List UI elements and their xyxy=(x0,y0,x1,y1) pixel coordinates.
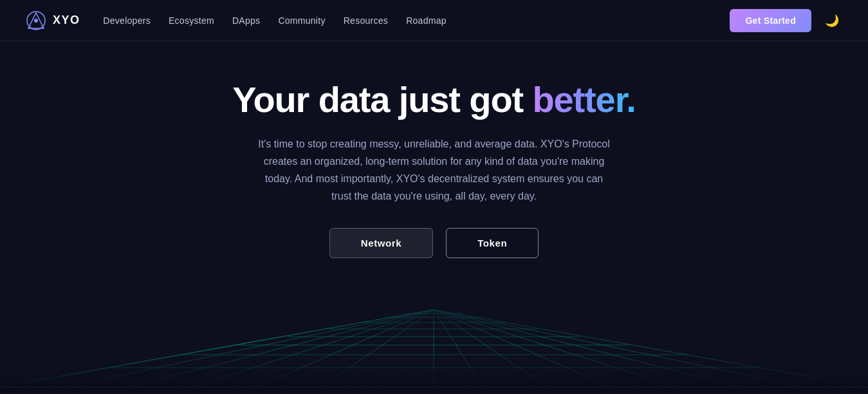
nav-item-dapps[interactable]: DApps xyxy=(232,15,260,26)
nav-right: Get Started 🌙 xyxy=(730,9,842,32)
nav-item-community[interactable]: Community xyxy=(278,15,325,26)
nav-left: XYO Developers Ecosystem DApps Community… xyxy=(26,10,447,31)
nav-item-resources[interactable]: Resources xyxy=(344,15,388,26)
xyo-logo-icon xyxy=(26,10,46,31)
get-started-button[interactable]: Get Started xyxy=(730,9,811,32)
hero-headline-static: Your data just got xyxy=(232,79,532,120)
logo[interactable]: XYO xyxy=(26,10,80,31)
svg-point-2 xyxy=(34,19,38,23)
hero-headline-gradient: better. xyxy=(532,79,635,120)
hero-buttons: Network Token xyxy=(329,228,539,258)
hero-description: It's time to stop creating messy, unreli… xyxy=(254,135,614,205)
partners-bar: coinbase crypto.com Chainlink Travala.co… xyxy=(0,387,868,394)
navbar: XYO Developers Ecosystem DApps Community… xyxy=(0,0,868,41)
hero-headline: Your data just got better. xyxy=(232,80,635,120)
logo-text: XYO xyxy=(53,14,80,27)
hero-section: Your data just got better. It's time to … xyxy=(0,41,868,297)
nav-item-roadmap[interactable]: Roadmap xyxy=(406,15,447,26)
nav-links: Developers Ecosystem DApps Community Res… xyxy=(103,15,446,26)
network-button[interactable]: Network xyxy=(329,228,433,258)
svg-rect-28 xyxy=(0,284,868,387)
nav-item-ecosystem[interactable]: Ecosystem xyxy=(169,15,214,26)
grid-perspective-visual xyxy=(0,284,868,387)
token-button[interactable]: Token xyxy=(446,228,539,258)
theme-toggle-button[interactable]: 🌙 xyxy=(822,10,842,31)
nav-item-developers[interactable]: Developers xyxy=(103,15,151,26)
